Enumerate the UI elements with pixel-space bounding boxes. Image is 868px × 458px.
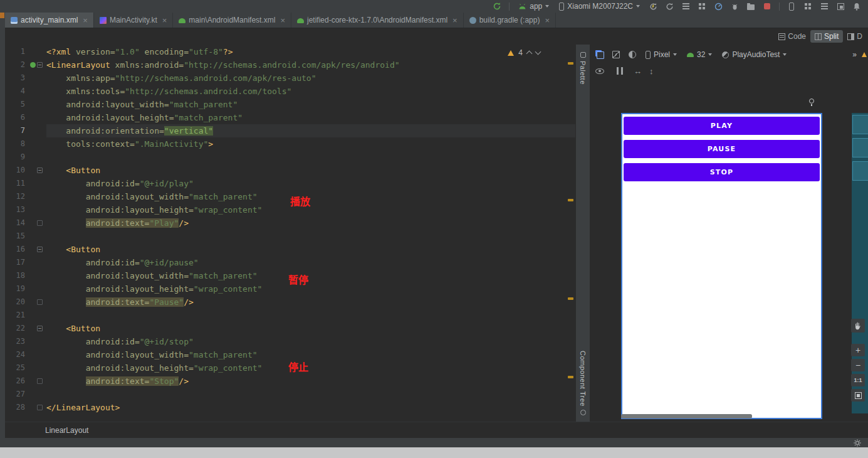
pan-horizontal-icon[interactable]: ↔: [634, 67, 642, 76]
night-mode-icon[interactable]: [626, 49, 639, 60]
notifications-icon[interactable]: [850, 1, 863, 12]
tab-build.gradle-app-[interactable]: build.gradle (:app)×: [464, 13, 556, 28]
debug-icon[interactable]: [728, 1, 741, 12]
fold-start-icon[interactable]: −: [37, 62, 43, 68]
code-line-21[interactable]: 21: [5, 309, 575, 322]
code-line-5[interactable]: 5 android:layout_width="match_parent": [5, 98, 575, 111]
view-mode-split[interactable]: Split: [810, 30, 843, 43]
gutter-android-icon[interactable]: [30, 62, 36, 68]
fold-start-icon[interactable]: −: [37, 326, 43, 331]
resource-manager-icon[interactable]: [802, 1, 814, 12]
toolbar-overflow[interactable]: »: [852, 50, 857, 59]
render-warning-icon[interactable]: [862, 52, 867, 57]
code-editor[interactable]: 1<?xml version="1.0" encoding="utf-8"?>2…: [5, 45, 575, 422]
code-line-8[interactable]: 8 tools:context=".MainActivity">: [5, 137, 575, 151]
code-line-1[interactable]: 1<?xml version="1.0" encoding="utf-8"?>: [5, 45, 575, 58]
zoom-ratio-button[interactable]: 1:1: [851, 374, 865, 386]
zoom-out-icon[interactable]: −: [851, 359, 865, 371]
sdk-manager-icon[interactable]: [696, 1, 708, 12]
close-tab-icon[interactable]: ×: [545, 16, 550, 24]
code-line-20[interactable]: 20 android:text="Pause"/>: [5, 296, 575, 309]
error-stripe-mark[interactable]: [568, 62, 573, 65]
preview-canvas[interactable]: PLAYPAUSESTOP: [621, 113, 822, 419]
theme-dropdown[interactable]: PlayAudioTest: [719, 49, 790, 60]
pan-hand-icon[interactable]: [851, 319, 865, 333]
code-line-23[interactable]: 23 android:id="@+id/stop": [5, 335, 575, 348]
lightbulb-icon[interactable]: [809, 99, 814, 104]
code-line-28[interactable]: 28</LinearLayout>: [5, 401, 575, 414]
apply-changes-icon[interactable]: [647, 1, 659, 12]
close-tab-icon[interactable]: ×: [83, 16, 88, 24]
tab-activity-main.xml[interactable]: activity_main.xml×: [5, 13, 94, 28]
code-line-11[interactable]: 11 android:id="@+id/play": [5, 177, 575, 190]
error-stripe-mark[interactable]: [568, 199, 573, 201]
chevron-down-icon: [783, 53, 787, 56]
pan-vertical-icon[interactable]: ↕: [649, 67, 654, 76]
sync-project-icon[interactable]: [491, 1, 503, 12]
logcat-icon[interactable]: [818, 1, 830, 12]
gutter: [26, 335, 46, 348]
api-version-dropdown[interactable]: 32: [684, 49, 715, 60]
device-file-explorer-icon[interactable]: [745, 1, 757, 12]
attach-debugger-icon[interactable]: [679, 1, 692, 12]
code-line-27[interactable]: 27: [5, 388, 575, 401]
breadcrumb[interactable]: LinearLayout: [45, 426, 88, 435]
code-line-9[interactable]: 9: [5, 151, 575, 164]
blueprint-mode-icon[interactable]: [610, 49, 622, 60]
code-line-22[interactable]: 22− <Button: [5, 322, 575, 335]
apply-code-changes-icon[interactable]: [663, 1, 676, 12]
zoom-in-icon[interactable]: +: [851, 344, 865, 356]
palette-tab[interactable]: Palette: [579, 52, 587, 85]
fold-end-icon[interactable]: [37, 405, 43, 410]
error-stripe-mark[interactable]: [568, 297, 573, 300]
tab-jetified-core-ktx-1.7.0-AndroidManifest.xml[interactable]: jetified-core-ktx-1.7.0\AndroidManifest.…: [291, 13, 464, 28]
fold-end-icon[interactable]: [37, 378, 43, 384]
tool-stripe-marker[interactable]: [0, 13, 4, 18]
next-warning-icon[interactable]: [535, 49, 541, 55]
zoom-to-fit-icon[interactable]: [851, 389, 865, 402]
code-line-7[interactable]: 7 android:orientation="vertical": [5, 124, 575, 137]
component-tree-tab[interactable]: Component Tree: [579, 351, 587, 415]
fold-start-icon[interactable]: −: [37, 168, 43, 173]
device-dropdown[interactable]: Xiaomi M2007J22C: [556, 1, 643, 12]
code-line-6[interactable]: 6 android:layout_height="match_parent": [5, 111, 575, 124]
device-manager-icon[interactable]: [785, 1, 798, 12]
run-configuration-dropdown[interactable]: app: [515, 1, 552, 12]
code-line-10[interactable]: 10− <Button: [5, 164, 575, 177]
preview-button-pause[interactable]: PAUSE: [624, 140, 820, 158]
settings-gear-icon[interactable]: [851, 437, 864, 449]
device-for-preview-dropdown[interactable]: Pixel: [642, 49, 680, 60]
previous-warning-icon[interactable]: [526, 51, 533, 57]
preview-button-play[interactable]: PLAY: [624, 117, 820, 135]
code-line-4[interactable]: 4 xmlns:tools="http://schemas.android.co…: [5, 85, 575, 98]
fold-start-icon[interactable]: −: [37, 247, 43, 252]
inspections-widget[interactable]: 4: [508, 48, 540, 57]
close-tab-icon[interactable]: ×: [280, 16, 285, 24]
code-text: android:layout_width="match_parent": [46, 190, 575, 203]
stop-icon[interactable]: [761, 1, 773, 12]
fold-end-icon[interactable]: [37, 299, 43, 305]
profiler-icon[interactable]: [712, 1, 724, 12]
code-line-14[interactable]: 14 android:text="Play"/>: [5, 216, 575, 230]
design-horizontal-scrollbar[interactable]: [621, 414, 752, 418]
layout-inspector-icon[interactable]: [834, 1, 847, 12]
code-line-26[interactable]: 26 android:text="Stop"/>: [5, 375, 575, 388]
view-mode-design[interactable]: D: [843, 30, 867, 43]
design-surface-icon[interactable]: [593, 49, 606, 60]
error-stripe-mark[interactable]: [568, 376, 573, 378]
close-tab-icon[interactable]: ×: [162, 16, 167, 24]
code-line-3[interactable]: 3 xmlns:app="http://schemas.android.com/…: [5, 72, 575, 85]
view-mode-code[interactable]: Code: [774, 30, 810, 43]
tab-main-AndroidManifest.xml[interactable]: main\AndroidManifest.xml×: [173, 13, 291, 28]
layout-guides-icon[interactable]: [614, 65, 626, 77]
line-number: 28: [5, 401, 26, 414]
close-tab-icon[interactable]: ×: [452, 16, 458, 24]
tab-MainActivity.kt[interactable]: MainActivity.kt×: [94, 13, 173, 28]
code-line-17[interactable]: 17 android:id="@+id/pause": [5, 256, 575, 269]
preview-button-stop[interactable]: STOP: [624, 163, 820, 181]
code-line-2[interactable]: 2−<LinearLayout xmlns:android="http://sc…: [5, 58, 575, 72]
code-line-16[interactable]: 16− <Button: [5, 243, 575, 256]
view-options-eye-icon[interactable]: [593, 65, 606, 77]
code-line-15[interactable]: 15: [5, 230, 575, 243]
fold-end-icon[interactable]: [37, 220, 43, 226]
